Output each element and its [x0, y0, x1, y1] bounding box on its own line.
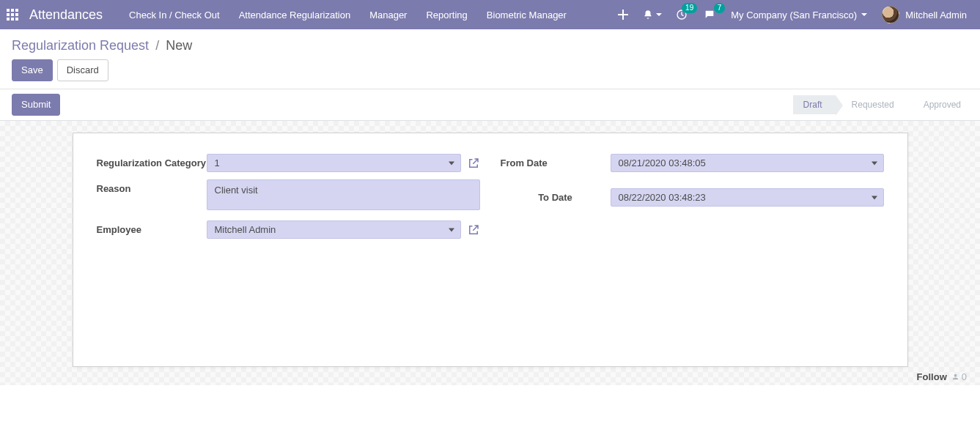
user-menu[interactable]: Mitchell Admin [877, 6, 971, 23]
person-icon [951, 373, 959, 381]
company-switcher[interactable]: My Company (San Francisco) [726, 10, 872, 21]
external-link-icon[interactable] [467, 157, 480, 170]
caret-down-icon [449, 228, 454, 231]
caret-down-icon [872, 196, 877, 199]
apps-menu-icon[interactable] [0, 0, 25, 29]
reason-textarea[interactable]: Client visit [207, 179, 480, 210]
follow-bar: Follow 0 [0, 367, 980, 382]
status-steps: Draft Requested Approved [793, 95, 968, 114]
employee-select[interactable]: Mitchell Admin [207, 220, 461, 239]
label-category: Regularization Category [97, 154, 207, 168]
svg-rect-6 [7, 18, 10, 21]
discard-button[interactable]: Discard [57, 59, 108, 81]
status-approved[interactable]: Approved [907, 95, 968, 114]
form-right-column: From Date 08/21/2020 03:48:05 To Date 08… [501, 154, 884, 246]
top-navbar: Attendances Check In / Check Out Attenda… [0, 0, 980, 29]
from-date-input[interactable]: 08/21/2020 03:48:05 [611, 154, 884, 172]
from-date-value: 08/21/2020 03:48:05 [619, 157, 706, 168]
to-date-input[interactable]: 08/22/2020 03:48:23 [611, 188, 884, 207]
svg-rect-1 [11, 9, 14, 12]
reason-value: Client visit [215, 185, 258, 196]
category-value: 1 [215, 157, 220, 168]
form-sheet: Regularization Category 1 Reason [73, 133, 908, 367]
follower-count-value: 0 [962, 371, 967, 382]
discuss-badge: 7 [714, 3, 726, 13]
label-to-date: To Date [501, 188, 611, 203]
nav-item-manager[interactable]: Manager [361, 2, 416, 28]
user-name: Mitchell Admin [905, 10, 967, 21]
follow-button[interactable]: Follow [917, 371, 947, 382]
external-link-icon[interactable] [467, 223, 480, 237]
nav-right: 19 7 My Company (San Francisco) Mitchell… [612, 0, 971, 29]
avatar [882, 6, 899, 23]
discuss-icon[interactable]: 7 [699, 0, 721, 29]
to-date-value: 08/22/2020 03:48:23 [619, 192, 706, 203]
caret-down-icon [861, 13, 867, 16]
breadcrumb-current: New [166, 38, 192, 53]
breadcrumb-parent[interactable]: Regularization Request [12, 38, 149, 53]
breadcrumb-separator: / [155, 38, 159, 53]
svg-rect-2 [15, 9, 18, 12]
employee-value: Mitchell Admin [215, 224, 276, 235]
activity-clock-icon[interactable]: 19 [671, 0, 693, 29]
submit-button[interactable]: Submit [12, 94, 60, 116]
control-panel: Regularization Request / New Save Discar… [0, 29, 980, 89]
notifications-icon[interactable] [640, 0, 665, 29]
svg-rect-4 [11, 13, 14, 16]
company-name: My Company (San Francisco) [731, 10, 857, 21]
svg-rect-7 [11, 18, 14, 21]
status-requested[interactable]: Requested [836, 95, 907, 114]
svg-rect-0 [7, 9, 10, 12]
status-draft[interactable]: Draft [793, 95, 836, 114]
activity-badge: 19 [682, 3, 697, 13]
caret-down-icon [656, 13, 662, 16]
svg-rect-3 [7, 13, 10, 16]
nav-menu: Check In / Check Out Attendance Regulari… [120, 2, 575, 28]
label-employee: Employee [97, 220, 207, 235]
app-brand[interactable]: Attendances [29, 7, 103, 23]
save-button[interactable]: Save [12, 59, 53, 81]
label-from-date: From Date [501, 154, 611, 168]
caret-down-icon [449, 161, 454, 165]
nav-item-reporting[interactable]: Reporting [417, 2, 476, 28]
caret-down-icon [872, 161, 877, 165]
svg-rect-10 [618, 14, 628, 15]
category-select[interactable]: 1 [207, 154, 461, 172]
breadcrumb: Regularization Request / New [12, 38, 968, 53]
form-left-column: Regularization Category 1 Reason [97, 154, 480, 246]
form-background: Regularization Category 1 Reason [0, 121, 980, 385]
status-bar: Submit Draft Requested Approved [0, 89, 980, 121]
nav-item-regularization[interactable]: Attendance Regularization [230, 2, 360, 28]
svg-rect-8 [15, 18, 18, 21]
nav-item-biometric[interactable]: Biometric Manager [478, 2, 575, 28]
nav-item-checkin[interactable]: Check In / Check Out [120, 2, 229, 28]
nav-left: Attendances Check In / Check Out Attenda… [0, 0, 575, 29]
plus-icon[interactable] [612, 0, 634, 29]
follower-count[interactable]: 0 [951, 371, 967, 382]
label-reason: Reason [97, 179, 207, 194]
svg-rect-5 [15, 13, 18, 16]
